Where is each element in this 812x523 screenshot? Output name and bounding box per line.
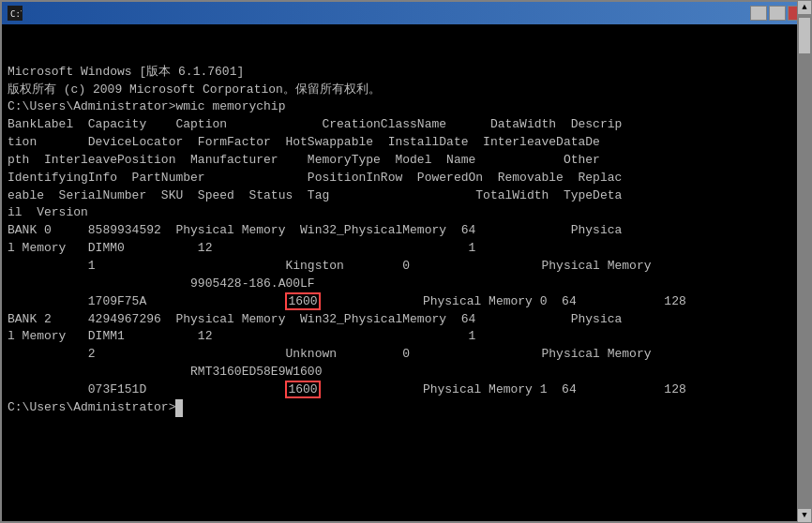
scrollbar-thumb[interactable] xyxy=(798,24,810,54)
title-bar-left: C:\ xyxy=(8,6,28,21)
terminal-content: Microsoft Windows [版本 6.1.7601]版权所有 (c) … xyxy=(2,24,810,521)
terminal-line: eable SerialNumber SKU Speed Status Tag … xyxy=(8,187,791,205)
terminal-line: BANK 0 8589934592 Physical Memory Win32_… xyxy=(8,222,791,240)
cmd-icon: C:\ xyxy=(8,6,23,21)
maximize-button[interactable] xyxy=(769,6,786,21)
terminal-line: 9905428-186.A00LF xyxy=(8,276,791,293)
terminal-line: l Memory DIMM0 12 1 xyxy=(8,240,791,258)
svg-text:C:\: C:\ xyxy=(10,9,22,19)
terminal-line: BANK 2 4294967296 Physical Memory Win32_… xyxy=(8,311,791,329)
terminal-line: tion DeviceLocator FormFactor HotSwappab… xyxy=(8,134,791,152)
terminal-line: 1 Kingston 0 Physical Memory xyxy=(8,258,791,276)
minimize-button[interactable] xyxy=(750,6,767,21)
terminal-line: BankLabel Capacity Caption CreationClass… xyxy=(8,116,791,134)
cmd-window: C:\ Microsoft Windows [版本 6.1.7601]版权所有 … xyxy=(0,0,812,523)
cursor xyxy=(175,399,183,417)
terminal-line: Microsoft Windows [版本 6.1.7601] xyxy=(8,64,791,82)
title-bar: C:\ xyxy=(2,2,810,24)
highlight-speed: 1600 xyxy=(285,381,320,398)
terminal-line: l Memory DIMM1 12 1 xyxy=(8,328,791,346)
scrollbar-track[interactable] xyxy=(797,24,810,508)
terminal-line: RMT3160ED58E9W1600 xyxy=(8,364,791,381)
terminal-line: C:\Users\Administrator>wmic memorychip xyxy=(8,98,791,116)
terminal-line: pth InterleavePosition Manufacturer Memo… xyxy=(8,152,791,170)
terminal-line: 1709F75A 1600 Physical Memory 0 64 128 xyxy=(8,293,791,311)
terminal-line: IdentifyingInfo PartNumber PositionInRow… xyxy=(8,170,791,187)
terminal-line: 073F151D 1600 Physical Memory 1 64 128 xyxy=(8,381,791,399)
terminal-line: 2 Unknown 0 Physical Memory xyxy=(8,346,791,364)
scrollbar[interactable]: ▲ ▼ xyxy=(797,24,810,521)
terminal-line: C:\Users\Administrator> xyxy=(8,399,791,417)
terminal-line: il Version xyxy=(8,204,791,222)
highlight-speed: 1600 xyxy=(285,292,320,310)
scroll-down-button[interactable]: ▼ xyxy=(797,508,810,521)
terminal-line: 版权所有 (c) 2009 Microsoft Corporation。保留所有… xyxy=(8,82,791,99)
